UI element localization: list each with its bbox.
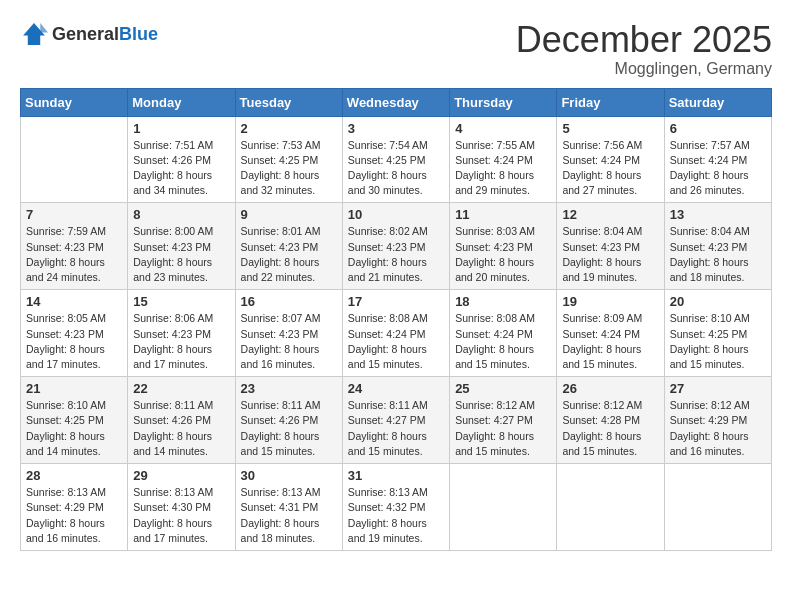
calendar-cell: 26Sunrise: 8:12 AM Sunset: 4:28 PM Dayli… bbox=[557, 377, 664, 464]
calendar-cell: 6Sunrise: 7:57 AM Sunset: 4:24 PM Daylig… bbox=[664, 116, 771, 203]
day-number: 2 bbox=[241, 121, 337, 136]
day-info: Sunrise: 8:12 AM Sunset: 4:29 PM Dayligh… bbox=[670, 398, 766, 459]
calendar-cell bbox=[21, 116, 128, 203]
day-number: 22 bbox=[133, 381, 229, 396]
day-number: 5 bbox=[562, 121, 658, 136]
logo-text-blue: Blue bbox=[119, 24, 158, 44]
month-title: December 2025 bbox=[516, 20, 772, 60]
day-number: 3 bbox=[348, 121, 444, 136]
day-number: 16 bbox=[241, 294, 337, 309]
calendar-cell: 15Sunrise: 8:06 AM Sunset: 4:23 PM Dayli… bbox=[128, 290, 235, 377]
day-info: Sunrise: 8:08 AM Sunset: 4:24 PM Dayligh… bbox=[348, 311, 444, 372]
day-number: 18 bbox=[455, 294, 551, 309]
calendar-cell: 27Sunrise: 8:12 AM Sunset: 4:29 PM Dayli… bbox=[664, 377, 771, 464]
day-info: Sunrise: 8:05 AM Sunset: 4:23 PM Dayligh… bbox=[26, 311, 122, 372]
day-info: Sunrise: 8:13 AM Sunset: 4:30 PM Dayligh… bbox=[133, 485, 229, 546]
day-info: Sunrise: 8:01 AM Sunset: 4:23 PM Dayligh… bbox=[241, 224, 337, 285]
calendar-cell: 7Sunrise: 7:59 AM Sunset: 4:23 PM Daylig… bbox=[21, 203, 128, 290]
day-number: 10 bbox=[348, 207, 444, 222]
calendar-body: 1Sunrise: 7:51 AM Sunset: 4:26 PM Daylig… bbox=[21, 116, 772, 550]
calendar-cell: 9Sunrise: 8:01 AM Sunset: 4:23 PM Daylig… bbox=[235, 203, 342, 290]
logo-icon bbox=[20, 20, 48, 48]
calendar-cell: 12Sunrise: 8:04 AM Sunset: 4:23 PM Dayli… bbox=[557, 203, 664, 290]
page-header: GeneralBlue December 2025 Mogglingen, Ge… bbox=[20, 20, 772, 78]
calendar-cell: 11Sunrise: 8:03 AM Sunset: 4:23 PM Dayli… bbox=[450, 203, 557, 290]
calendar-cell: 1Sunrise: 7:51 AM Sunset: 4:26 PM Daylig… bbox=[128, 116, 235, 203]
day-info: Sunrise: 8:13 AM Sunset: 4:32 PM Dayligh… bbox=[348, 485, 444, 546]
calendar-cell: 10Sunrise: 8:02 AM Sunset: 4:23 PM Dayli… bbox=[342, 203, 449, 290]
day-number: 4 bbox=[455, 121, 551, 136]
calendar-cell bbox=[557, 464, 664, 551]
day-number: 9 bbox=[241, 207, 337, 222]
day-number: 17 bbox=[348, 294, 444, 309]
day-info: Sunrise: 7:56 AM Sunset: 4:24 PM Dayligh… bbox=[562, 138, 658, 199]
day-info: Sunrise: 8:13 AM Sunset: 4:29 PM Dayligh… bbox=[26, 485, 122, 546]
day-info: Sunrise: 7:55 AM Sunset: 4:24 PM Dayligh… bbox=[455, 138, 551, 199]
svg-marker-1 bbox=[40, 23, 48, 32]
calendar-week-row: 1Sunrise: 7:51 AM Sunset: 4:26 PM Daylig… bbox=[21, 116, 772, 203]
calendar-cell: 31Sunrise: 8:13 AM Sunset: 4:32 PM Dayli… bbox=[342, 464, 449, 551]
day-info: Sunrise: 8:10 AM Sunset: 4:25 PM Dayligh… bbox=[670, 311, 766, 372]
calendar-cell: 25Sunrise: 8:12 AM Sunset: 4:27 PM Dayli… bbox=[450, 377, 557, 464]
day-number: 20 bbox=[670, 294, 766, 309]
day-info: Sunrise: 8:11 AM Sunset: 4:26 PM Dayligh… bbox=[241, 398, 337, 459]
calendar-week-row: 7Sunrise: 7:59 AM Sunset: 4:23 PM Daylig… bbox=[21, 203, 772, 290]
column-header-saturday: Saturday bbox=[664, 88, 771, 116]
calendar-cell: 16Sunrise: 8:07 AM Sunset: 4:23 PM Dayli… bbox=[235, 290, 342, 377]
calendar-week-row: 14Sunrise: 8:05 AM Sunset: 4:23 PM Dayli… bbox=[21, 290, 772, 377]
calendar-cell: 8Sunrise: 8:00 AM Sunset: 4:23 PM Daylig… bbox=[128, 203, 235, 290]
day-info: Sunrise: 7:59 AM Sunset: 4:23 PM Dayligh… bbox=[26, 224, 122, 285]
day-number: 29 bbox=[133, 468, 229, 483]
calendar-cell: 3Sunrise: 7:54 AM Sunset: 4:25 PM Daylig… bbox=[342, 116, 449, 203]
calendar-week-row: 28Sunrise: 8:13 AM Sunset: 4:29 PM Dayli… bbox=[21, 464, 772, 551]
day-info: Sunrise: 8:13 AM Sunset: 4:31 PM Dayligh… bbox=[241, 485, 337, 546]
column-header-tuesday: Tuesday bbox=[235, 88, 342, 116]
day-info: Sunrise: 8:12 AM Sunset: 4:28 PM Dayligh… bbox=[562, 398, 658, 459]
day-number: 15 bbox=[133, 294, 229, 309]
day-number: 12 bbox=[562, 207, 658, 222]
calendar-week-row: 21Sunrise: 8:10 AM Sunset: 4:25 PM Dayli… bbox=[21, 377, 772, 464]
day-number: 28 bbox=[26, 468, 122, 483]
day-info: Sunrise: 7:54 AM Sunset: 4:25 PM Dayligh… bbox=[348, 138, 444, 199]
calendar-cell: 17Sunrise: 8:08 AM Sunset: 4:24 PM Dayli… bbox=[342, 290, 449, 377]
column-header-monday: Monday bbox=[128, 88, 235, 116]
calendar-cell bbox=[664, 464, 771, 551]
day-info: Sunrise: 8:10 AM Sunset: 4:25 PM Dayligh… bbox=[26, 398, 122, 459]
calendar-cell bbox=[450, 464, 557, 551]
day-number: 21 bbox=[26, 381, 122, 396]
day-number: 30 bbox=[241, 468, 337, 483]
calendar-header-row: SundayMondayTuesdayWednesdayThursdayFrid… bbox=[21, 88, 772, 116]
calendar-cell: 28Sunrise: 8:13 AM Sunset: 4:29 PM Dayli… bbox=[21, 464, 128, 551]
calendar-cell: 21Sunrise: 8:10 AM Sunset: 4:25 PM Dayli… bbox=[21, 377, 128, 464]
day-number: 25 bbox=[455, 381, 551, 396]
day-number: 14 bbox=[26, 294, 122, 309]
column-header-thursday: Thursday bbox=[450, 88, 557, 116]
day-number: 8 bbox=[133, 207, 229, 222]
day-info: Sunrise: 8:07 AM Sunset: 4:23 PM Dayligh… bbox=[241, 311, 337, 372]
day-number: 6 bbox=[670, 121, 766, 136]
day-info: Sunrise: 8:08 AM Sunset: 4:24 PM Dayligh… bbox=[455, 311, 551, 372]
calendar-cell: 29Sunrise: 8:13 AM Sunset: 4:30 PM Dayli… bbox=[128, 464, 235, 551]
day-number: 13 bbox=[670, 207, 766, 222]
calendar-cell: 18Sunrise: 8:08 AM Sunset: 4:24 PM Dayli… bbox=[450, 290, 557, 377]
calendar-table: SundayMondayTuesdayWednesdayThursdayFrid… bbox=[20, 88, 772, 551]
day-info: Sunrise: 8:12 AM Sunset: 4:27 PM Dayligh… bbox=[455, 398, 551, 459]
column-header-sunday: Sunday bbox=[21, 88, 128, 116]
title-block: December 2025 Mogglingen, Germany bbox=[516, 20, 772, 78]
day-number: 23 bbox=[241, 381, 337, 396]
day-number: 1 bbox=[133, 121, 229, 136]
day-number: 11 bbox=[455, 207, 551, 222]
calendar-cell: 23Sunrise: 8:11 AM Sunset: 4:26 PM Dayli… bbox=[235, 377, 342, 464]
day-info: Sunrise: 8:02 AM Sunset: 4:23 PM Dayligh… bbox=[348, 224, 444, 285]
day-info: Sunrise: 8:04 AM Sunset: 4:23 PM Dayligh… bbox=[562, 224, 658, 285]
logo: GeneralBlue bbox=[20, 20, 158, 48]
day-info: Sunrise: 7:51 AM Sunset: 4:26 PM Dayligh… bbox=[133, 138, 229, 199]
day-number: 24 bbox=[348, 381, 444, 396]
column-header-wednesday: Wednesday bbox=[342, 88, 449, 116]
day-info: Sunrise: 8:09 AM Sunset: 4:24 PM Dayligh… bbox=[562, 311, 658, 372]
calendar-cell: 22Sunrise: 8:11 AM Sunset: 4:26 PM Dayli… bbox=[128, 377, 235, 464]
day-number: 26 bbox=[562, 381, 658, 396]
calendar-cell: 30Sunrise: 8:13 AM Sunset: 4:31 PM Dayli… bbox=[235, 464, 342, 551]
day-number: 27 bbox=[670, 381, 766, 396]
column-header-friday: Friday bbox=[557, 88, 664, 116]
